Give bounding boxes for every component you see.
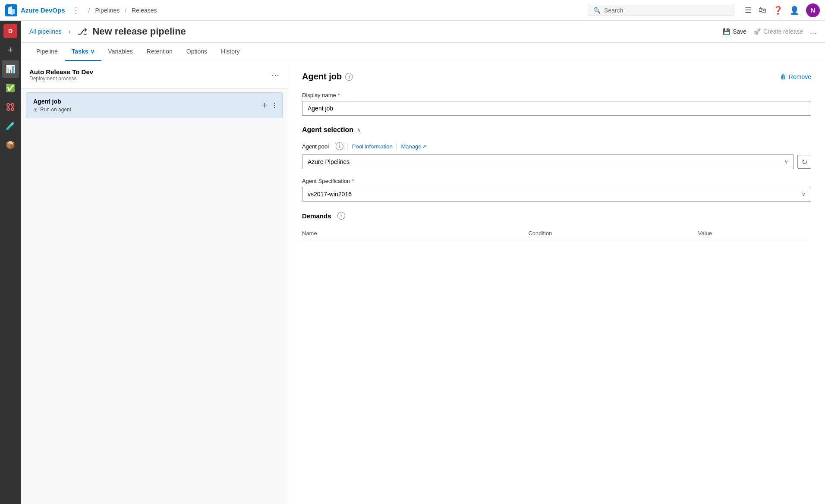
left-panel: Auto Release To Dev Deployment process ⋯… — [21, 61, 288, 504]
stage-more-button[interactable]: ⋯ — [271, 70, 279, 80]
agent-spec-label: Agent Specification * — [302, 178, 811, 184]
demands-header: Demands i — [302, 212, 811, 220]
agent-spec-dropdown[interactable]: vs2017-win2016 ∨ — [302, 187, 811, 202]
pipeline-icon: ⎇ — [77, 26, 87, 37]
header-chevron: › — [69, 28, 71, 35]
svg-point-3 — [7, 104, 9, 106]
user-settings-icon[interactable]: 👤 — [790, 6, 799, 15]
agent-pool-refresh-button[interactable]: ↻ — [797, 155, 811, 169]
section-title-area: Agent job i — [302, 72, 353, 82]
agent-pool-label: Agent pool — [302, 143, 329, 150]
agent-job-actions: + — [258, 99, 275, 111]
agent-pool-value: Azure Pipelines — [308, 158, 350, 165]
pool-sep1: | — [347, 143, 349, 150]
create-release-button[interactable]: 🚀 Create release — [753, 28, 803, 35]
demands-col-condition: Condition — [528, 230, 698, 236]
tab-tasks[interactable]: Tasks ∨ — [65, 43, 101, 61]
tab-variables[interactable]: Variables — [101, 43, 140, 61]
tasks-chevron-icon: ∨ — [90, 48, 94, 55]
topbar-more-button[interactable]: ⋮ — [69, 6, 83, 15]
sidebar-item-checkmark[interactable]: ✅ — [2, 79, 19, 97]
svg-point-6 — [11, 108, 14, 110]
pipeline-header: All pipelines › ⎇ New release pipeline 💾… — [21, 21, 825, 43]
svg-marker-2 — [12, 9, 15, 15]
tab-history[interactable]: History — [214, 43, 247, 61]
sidebar-item-artifacts[interactable]: 📦 — [2, 136, 19, 154]
tab-retention-label: Retention — [147, 48, 173, 55]
demands-label: Demands — [302, 212, 331, 220]
agent-job-item[interactable]: Agent job ⊞ Run on agent + — [26, 92, 283, 118]
save-button[interactable]: 💾 Save — [723, 28, 746, 35]
display-name-input[interactable] — [302, 101, 811, 116]
demands-col-name: Name — [302, 230, 528, 236]
section-info-icon[interactable]: i — [345, 73, 353, 81]
stage-header: Auto Release To Dev Deployment process ⋯ — [21, 61, 288, 89]
agent-spec-value: vs2017-win2016 — [308, 191, 352, 198]
agent-pool-chevron-icon: ∨ — [784, 159, 788, 165]
boards-icon: 📊 — [6, 64, 15, 74]
display-name-label: Display name * — [302, 92, 811, 98]
help-icon[interactable]: ❓ — [773, 6, 783, 15]
tab-pipeline[interactable]: Pipeline — [29, 43, 65, 61]
plus-icon: + — [8, 44, 13, 56]
search-input[interactable] — [604, 7, 729, 14]
grid-icon: ⊞ — [33, 107, 38, 113]
shopping-icon[interactable]: 🛍 — [759, 6, 766, 15]
right-panel: Agent job i 🗑 Remove Display name * — [288, 61, 825, 504]
external-link-icon: ↗ — [422, 144, 426, 149]
section-title-row: Agent job i 🗑 Remove — [302, 72, 811, 82]
agent-job-sub-label: Run on agent — [40, 107, 71, 113]
test-icon: 🧪 — [6, 121, 15, 131]
demands-info-icon[interactable]: i — [337, 212, 345, 220]
tabs-bar: Pipeline Tasks ∨ Variables Retention Opt… — [21, 43, 825, 61]
agent-spec-chevron-icon: ∨ — [802, 191, 806, 197]
svg-point-5 — [7, 108, 9, 110]
sidebar-item-boards[interactable]: 📊 — [2, 60, 19, 78]
tab-retention[interactable]: Retention — [140, 43, 179, 61]
agent-job-info: Agent job ⊞ Run on agent — [33, 98, 71, 113]
display-name-group: Display name * — [302, 92, 811, 116]
list-icon[interactable]: ☰ — [745, 6, 752, 15]
agent-pool-row: Agent pool i | Pool information | Manage… — [302, 142, 811, 150]
create-release-label: Create release — [763, 28, 803, 35]
stage-desc: Deployment process — [29, 76, 93, 82]
manage-link[interactable]: Manage ↗ — [401, 143, 426, 150]
required-star: * — [338, 92, 340, 98]
app-logo[interactable]: Azure DevOps — [5, 4, 65, 16]
refresh-icon: ↻ — [802, 158, 807, 166]
sidebar-item-pipelines[interactable] — [2, 98, 19, 116]
sidebar-item-test[interactable]: 🧪 — [2, 117, 19, 135]
remove-button[interactable]: 🗑 Remove — [780, 73, 811, 80]
pipelines-breadcrumb[interactable]: Pipelines — [95, 7, 120, 14]
agent-pool-select-row: Azure Pipelines ∨ ↻ — [302, 154, 811, 169]
sidebar-user-avatar[interactable]: D — [3, 24, 17, 38]
content-area: Auto Release To Dev Deployment process ⋯… — [21, 61, 825, 504]
user-avatar[interactable]: N — [806, 3, 820, 17]
all-pipelines-link[interactable]: All pipelines — [29, 28, 62, 35]
search-box[interactable]: 🔍 — [588, 5, 734, 16]
pool-information-link[interactable]: Pool information — [352, 143, 393, 150]
agent-job-name: Agent job — [33, 98, 71, 105]
agent-job-sub: ⊞ Run on agent — [33, 107, 71, 113]
sidebar-add-button[interactable]: + — [2, 41, 19, 59]
agent-pool-info-icon[interactable]: i — [336, 142, 343, 150]
agent-pool-dropdown[interactable]: Azure Pipelines ∨ — [302, 154, 794, 169]
header-actions: 💾 Save 🚀 Create release ... — [723, 27, 816, 36]
agent-spec-group: Agent Specification * vs2017-win2016 ∨ — [302, 178, 811, 202]
demands-col-value: Value — [698, 230, 811, 236]
agent-spec-required-star: * — [352, 178, 354, 184]
main-area: All pipelines › ⎇ New release pipeline 💾… — [21, 21, 825, 504]
save-icon: 💾 — [723, 28, 730, 35]
search-icon: 🔍 — [593, 7, 601, 14]
header-more-button[interactable]: ... — [810, 27, 816, 36]
pool-sep2: | — [396, 143, 398, 150]
tab-tasks-label: Tasks — [72, 48, 88, 55]
agent-selection-chevron-icon[interactable]: ∧ — [357, 127, 361, 133]
topbar: Azure DevOps ⋮ / Pipelines / Releases 🔍 … — [0, 0, 825, 21]
agent-job-add-button[interactable]: + — [258, 99, 271, 111]
tab-options[interactable]: Options — [179, 43, 214, 61]
tab-variables-label: Variables — [108, 48, 133, 55]
agent-job-kebab-button[interactable] — [274, 103, 275, 108]
releases-breadcrumb[interactable]: Releases — [132, 7, 157, 14]
tab-history-label: History — [221, 48, 240, 55]
